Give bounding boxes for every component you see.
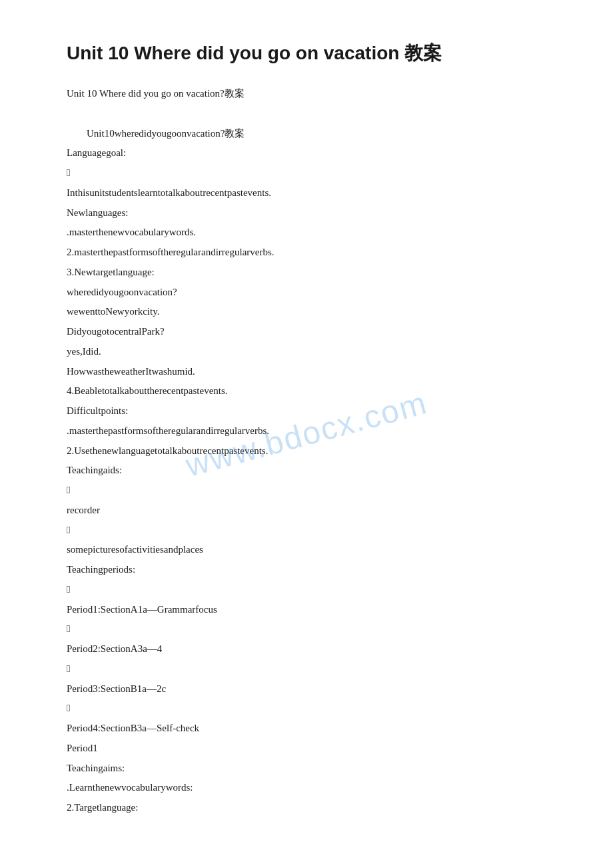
content-line: 4.Beabletotalkabouttherecentpastevents. <box>67 382 560 401</box>
content-line:  <box>67 481 560 500</box>
content-line: Teachingperiods: <box>67 561 560 579</box>
content-line: 2.masterthepastformsoftheregularandirreg… <box>67 243 560 262</box>
content-line: HowwastheweatherItwashumid. <box>67 363 560 381</box>
content-block: Unit 10 Where did you go on vacation?教案 … <box>67 85 560 817</box>
content-line: yes,Idid. <box>67 343 560 361</box>
content-line: Period1:SectionA1a—Grammarfocus <box>67 601 560 619</box>
content-line:  <box>67 164 560 183</box>
content-line: Difficultpoints: <box>67 402 560 421</box>
content-line: Inthisunitstudentslearntotalkaboutrecent… <box>67 184 560 203</box>
content-line: Languagegoal: <box>67 144 560 163</box>
content-line: Newlanguages: <box>67 204 560 223</box>
content-line: Teachingaims: <box>67 759 560 778</box>
content-line: wewenttoNewyorkcity. <box>67 303 560 321</box>
content-line:  <box>67 521 560 540</box>
content-line: 3.Newtargetlanguage: <box>67 263 560 282</box>
content-line: Period4:SectionB3a—Self-check <box>67 719 560 738</box>
content-line: wheredidyougoonvacation? <box>67 283 560 302</box>
content-line: .masterthepastformsoftheregularandirregu… <box>67 422 560 441</box>
content-line: recorder <box>67 501 560 520</box>
content-line: Unit10wheredidyougoonvacation?教案 <box>67 125 560 143</box>
content-line: 2.Targetlanguage: <box>67 799 560 817</box>
content-line <box>67 105 560 123</box>
content-line: Period3:SectionB1a—2c <box>67 680 560 699</box>
content-line: Teachingaids: <box>67 461 560 480</box>
content-line: Period2:SectionA3a—4 <box>67 640 560 659</box>
content-line:  <box>67 620 560 639</box>
content-line: somepicturesofactivitiesandplaces <box>67 541 560 559</box>
content-line: Period1 <box>67 739 560 758</box>
content-line: .masterthenewvocabularywords. <box>67 223 560 242</box>
content-line:  <box>67 699 560 718</box>
content-line: DidyougotocentralPark? <box>67 323 560 341</box>
content-line:  <box>67 581 560 599</box>
content-line:  <box>67 660 560 679</box>
content-line: .Learnthenewvocabularywords: <box>67 779 560 797</box>
page-title: Unit 10 Where did you go on vacation 教案 <box>67 40 560 66</box>
content-line: 2.Usethenewlanguagetotalkaboutrecentpast… <box>67 442 560 461</box>
content-line: Unit 10 Where did you go on vacation?教案 <box>67 85 560 103</box>
